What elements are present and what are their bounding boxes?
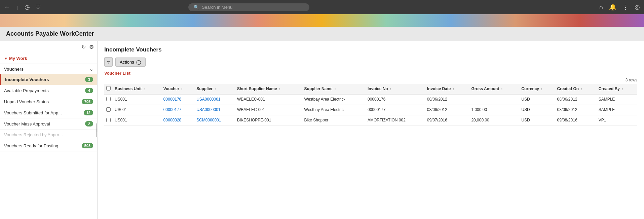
sidebar-item-6[interactable]: Vouchers Ready for Posting503 (0, 140, 97, 151)
sort-icon[interactable]: ↕ (581, 87, 582, 91)
row-checkbox[interactable] (106, 97, 111, 101)
row-checkbox-cell[interactable] (104, 94, 113, 105)
cell-invoice-no: AMORTIZATION 002 (366, 115, 425, 126)
col-created-by: Created By ↕ (597, 84, 637, 94)
voucher-list-header: Voucher List (104, 71, 637, 76)
col-invoice-date: Invoice Date ↕ (425, 84, 469, 94)
content-title: Incomplete Vouchers (104, 46, 637, 53)
cell-business-unit: US001 (113, 94, 161, 105)
cell-supplier-name: Bike Shopper (302, 115, 366, 126)
cell-supplier[interactable]: USA0000001 (194, 105, 235, 115)
cell-created-by: SAMPLE (597, 105, 637, 115)
sidebar-item-2[interactable]: Unpaid Voucher Status705 (0, 96, 97, 107)
sort-icon[interactable]: ↕ (621, 87, 623, 91)
table-row: US001 00000176 USA0000001 WBAELEC-001 We… (104, 94, 637, 105)
more-icon[interactable]: ⋮ (622, 3, 629, 11)
row-checkbox[interactable] (106, 118, 111, 122)
cell-created-on: 08/06/2012 (555, 94, 597, 105)
sort-icon[interactable]: ↕ (279, 87, 280, 91)
search-input[interactable] (202, 5, 304, 10)
cell-currency: USD (519, 94, 555, 105)
home-icon[interactable]: ⌂ (599, 4, 603, 11)
table-row: US001 00000328 SCM0000001 BIKESHOPPE-001… (104, 115, 637, 126)
search-bar[interactable]: 🔍 (188, 3, 309, 11)
table-body: US001 00000176 USA0000001 WBAELEC-001 We… (104, 94, 637, 126)
sidebar-item-label: Unpaid Voucher Status (4, 99, 49, 104)
cell-invoice-date: 08/06/2012 (425, 105, 469, 115)
sidebar-item-badge: 12 (84, 110, 93, 115)
history-icon[interactable]: ◷ (25, 3, 30, 11)
cell-invoice-no: 00000177 (366, 105, 425, 115)
sidebar-item-label: Available Prepayments (4, 88, 49, 93)
vouchers-collapse-icon: ⌄ (89, 67, 93, 72)
top-nav-right: ⌂ 🔔 ⋮ ◎ (599, 3, 640, 11)
sidebar-item-label: Vouchers Rejected by Appro... (4, 132, 63, 137)
sort-icon[interactable]: ↕ (501, 87, 503, 91)
main-content: Incomplete Vouchers ▿ Actions ◯ Voucher … (98, 41, 644, 219)
col-business-unit: Business Unit ↕ (113, 84, 161, 94)
back-icon[interactable]: ← (4, 4, 10, 11)
sidebar-item-label: Vouchers Submitted for App... (4, 110, 62, 115)
select-all-checkbox[interactable] (106, 86, 111, 90)
row-checkbox-cell[interactable] (104, 105, 113, 115)
sidebar-items-list: Incomplete Vouchers3Available Prepayment… (0, 74, 97, 151)
my-work-section[interactable]: ▼ My Work (0, 53, 97, 64)
cell-invoice-no: 00000176 (366, 94, 425, 105)
filter-button[interactable]: ▿ (104, 57, 113, 67)
my-work-label: My Work (9, 56, 27, 61)
cell-supplier[interactable]: USA0000001 (194, 94, 235, 105)
sidebar-item-label: Incomplete Vouchers (5, 77, 49, 82)
sidebar-item-badge: 2 (85, 121, 93, 126)
cell-invoice-date: 09/07/2016 (425, 115, 469, 126)
sidebar-item-badge: 4 (85, 88, 93, 93)
cell-gross-amount: 1,000.00 (469, 105, 519, 115)
sidebar-item-badge: 503 (82, 143, 93, 148)
select-all-header[interactable] (104, 84, 113, 94)
sort-icon[interactable]: ↕ (181, 87, 183, 91)
cell-supplier[interactable]: SCM0000001 (194, 115, 235, 126)
chevron-down-icon: ▼ (4, 57, 8, 61)
refresh-icon[interactable]: ↻ (81, 44, 86, 50)
cell-business-unit: US001 (113, 115, 161, 126)
sidebar: ↻ ⚙ ▼ My Work Vouchers ⌄ Incomplete Vouc… (0, 41, 98, 219)
sidebar-item-badge: 705 (82, 99, 93, 104)
cell-voucher[interactable]: 00000176 (161, 94, 194, 105)
table-header-row: Business Unit ↕ Voucher ↕ Supplier ↕ Sho… (104, 84, 637, 94)
rows-count: 3 rows (104, 78, 637, 82)
bell-icon[interactable]: 🔔 (609, 3, 616, 11)
cell-supplier-name: Westbay Area Electric- (302, 94, 366, 105)
sort-icon[interactable]: ↕ (390, 87, 391, 91)
cell-created-on: 08/06/2012 (555, 105, 597, 115)
sidebar-item-1[interactable]: Available Prepayments4 (0, 85, 97, 96)
settings-icon[interactable]: ⚙ (89, 44, 94, 50)
col-short-supplier: Short Supplier Name ↕ (235, 84, 302, 94)
cell-gross-amount: 20,000.00 (469, 115, 519, 126)
actions-button[interactable]: Actions ◯ (115, 58, 146, 67)
cell-gross-amount (469, 94, 519, 105)
cell-short-supplier: WBAELEC-001 (235, 94, 302, 105)
sort-icon[interactable]: ↕ (214, 87, 216, 91)
sidebar-item-0[interactable]: Incomplete Vouchers3 (0, 74, 97, 85)
sort-icon[interactable]: ↕ (541, 87, 542, 91)
col-currency: Currency ↕ (519, 84, 555, 94)
sort-icon[interactable]: ↕ (334, 87, 336, 91)
cell-currency: USD (519, 115, 555, 126)
decorative-banner (0, 14, 644, 27)
sidebar-item-5[interactable]: Vouchers Rejected by Appro... (0, 130, 97, 140)
cell-voucher[interactable]: 00000177 (161, 105, 194, 115)
cell-created-by: SAMPLE (597, 94, 637, 105)
sidebar-top-icons: ↻ ⚙ (0, 41, 97, 53)
top-nav: ← | ◷ ♡ 🔍 ⌂ 🔔 ⋮ ◎ (0, 0, 644, 14)
col-voucher: Voucher ↕ (161, 84, 194, 94)
sidebar-item-4[interactable]: Voucher Mass Approval2 (0, 118, 97, 130)
sidebar-collapse-handle[interactable]: ❚❚ (97, 123, 98, 137)
row-checkbox[interactable] (106, 107, 111, 112)
vouchers-group[interactable]: Vouchers ⌄ (0, 64, 97, 74)
row-checkbox-cell[interactable] (104, 115, 113, 126)
cell-voucher[interactable]: 00000328 (161, 115, 194, 126)
sort-icon[interactable]: ↕ (453, 87, 454, 91)
globe-icon[interactable]: ◎ (635, 3, 640, 11)
sidebar-item-3[interactable]: Vouchers Submitted for App...12 (0, 107, 97, 118)
favorites-icon[interactable]: ♡ (35, 3, 41, 11)
sort-icon[interactable]: ↕ (143, 87, 145, 91)
